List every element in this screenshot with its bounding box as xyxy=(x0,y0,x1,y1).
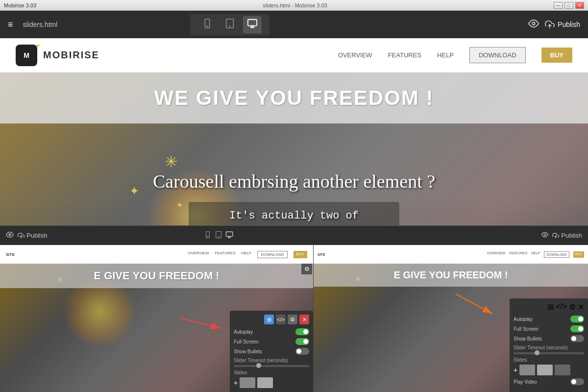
preview-button[interactable] xyxy=(528,18,539,31)
nav-links: OVERVIEW FEATURES HELP DOWNLOAD BUY xyxy=(338,47,572,63)
window-controls: — □ ✕ xyxy=(554,2,584,9)
bullets-row-left: Show Bullets xyxy=(234,348,309,355)
nested-right-help: HELP xyxy=(531,251,540,258)
nested-left-help: HELP xyxy=(242,251,252,258)
panel-btn-settings-right[interactable]: ⚙ xyxy=(569,302,576,312)
carousel-headline-text: Carousell embrsing another element ? xyxy=(0,171,588,192)
slides-row-right: + xyxy=(514,365,584,375)
autoplay-toggle-left[interactable] xyxy=(295,328,309,335)
panel-btn-delete[interactable]: ✕ xyxy=(299,315,309,324)
slides-row-left: + xyxy=(234,377,309,388)
maximize-button[interactable]: □ xyxy=(564,2,573,9)
add-slide-btn-left[interactable]: + xyxy=(234,379,238,387)
buy-button[interactable]: BUY xyxy=(541,48,572,63)
nested-left-buy: BUY xyxy=(294,251,307,258)
fullscreen-label-left: Full Screen xyxy=(234,339,259,344)
autoplay-label-right: Autoplay xyxy=(514,317,533,322)
autoplay-row-right: Autoplay xyxy=(514,316,584,322)
main-toolbar: ≡ sliders.html xyxy=(0,11,588,38)
nested-left-title-bar: E GIVE YOU FREEDOM ! xyxy=(0,264,313,288)
timeout-slider-left[interactable] xyxy=(234,365,309,367)
autoplay-toggle-right[interactable] xyxy=(570,316,584,322)
panel-btn-code-right[interactable]: </> xyxy=(556,302,567,312)
bullets-toggle-left[interactable] xyxy=(295,348,309,355)
hamburger-menu[interactable]: ≡ xyxy=(8,20,13,30)
nested-left-publish[interactable]: Publish xyxy=(18,232,48,239)
add-slide-btn-right[interactable]: + xyxy=(514,366,517,374)
nested-mobile-icon[interactable] xyxy=(204,231,212,240)
slides-label-right: Slides xyxy=(514,357,584,363)
minimize-button[interactable]: — xyxy=(554,2,563,9)
bullets-toggle-right[interactable] xyxy=(570,335,584,342)
nested-right-toolbar: Publish xyxy=(541,231,582,240)
download-button[interactable]: DOWNLOAD xyxy=(469,47,526,63)
nested-left-panel: SITE OVERVIEW FEATURES HELP DOWNLOAD BUY… xyxy=(0,245,314,392)
mobirise-navbar: M MOBIRISE OVERVIEW FEATURES HELP DOWNLO… xyxy=(0,38,588,73)
nav-overview[interactable]: OVERVIEW xyxy=(338,51,372,59)
timeout-row-right: Slider Timeout (seconds) xyxy=(514,345,584,354)
panel-btn-components[interactable]: ⊞ xyxy=(264,315,274,324)
fullscreen-toggle-right[interactable] xyxy=(570,325,584,332)
nested-publish-label-left: Publish xyxy=(26,232,48,239)
nested-desktop-icon[interactable] xyxy=(225,231,233,240)
nested-left-overview: OVERVIEW xyxy=(188,251,209,258)
nested-right-publish-label: Publish xyxy=(561,232,582,239)
nested-content: SITE OVERVIEW FEATURES HELP DOWNLOAD BUY… xyxy=(0,245,588,392)
desc-line-1: It's actually two of xyxy=(229,210,359,222)
slides-section-right: Slides + xyxy=(514,357,584,375)
nested-right-download: DOWNLOAD xyxy=(544,251,569,258)
settings-gear-left[interactable]: ⚙ xyxy=(301,264,312,274)
nested-right-overview: OVERVIEW xyxy=(487,251,506,258)
nested-right-panel: SITE OVERVIEW FEATURES HELP DOWNLOAD BUY… xyxy=(314,245,588,392)
title-bar-app-name: Mobirise 3.03 xyxy=(4,2,36,8)
tablet-device-button[interactable] xyxy=(220,16,239,33)
nested-right-buy: BUY xyxy=(573,251,584,258)
fullscreen-row-left: Full Screen xyxy=(234,338,309,345)
nested-right-publish-btn[interactable]: Publish xyxy=(552,232,582,239)
red-arrow-indicator xyxy=(172,304,230,333)
slide-thumb-1-right xyxy=(519,365,535,375)
panel-btn-delete-right[interactable]: ✕ xyxy=(578,302,584,312)
panel-header-left: ⊞ </> ⚙ ✕ xyxy=(234,315,309,324)
preview-area: M MOBIRISE OVERVIEW FEATURES HELP DOWNLO… xyxy=(0,38,588,392)
panel-btn-code[interactable]: </> xyxy=(276,315,286,324)
title-bar-center: sliders.html - Mobirise 3.03 xyxy=(36,2,554,8)
nested-right-hero-title: E GIVE YOU FREEDOM ! xyxy=(394,270,508,280)
play-video-label-right: Play Video xyxy=(514,379,537,385)
nested-right-features: FEATURES xyxy=(509,251,527,258)
timeout-label-right: Slider Timeout (seconds) xyxy=(514,345,584,350)
nested-left-logo: SITE xyxy=(6,252,15,257)
publish-button[interactable]: Publish xyxy=(545,20,580,29)
nav-features[interactable]: FEATURES xyxy=(388,51,421,59)
desktop-device-button[interactable] xyxy=(243,16,262,33)
slide-thumb-2-right xyxy=(537,365,553,375)
logo-name: MOBIRISE xyxy=(43,49,99,61)
nested-screenshot: Publish xyxy=(0,225,588,392)
settings-panel-left: ⊞ </> ⚙ ✕ Autoplay Full Screen xyxy=(230,311,313,392)
slides-label-left: Slides xyxy=(234,370,309,375)
file-name-label: sliders.html xyxy=(23,21,58,28)
panel-btn-components-right[interactable]: ⊞ xyxy=(547,302,554,312)
svg-point-16 xyxy=(544,234,546,236)
play-video-toggle-right[interactable] xyxy=(570,378,584,385)
timeout-slider-right[interactable] xyxy=(514,352,584,354)
fullscreen-row-right: Full Screen xyxy=(514,325,584,332)
autoplay-row-left: Autoplay xyxy=(234,328,309,335)
panel-header-right: ⊞ </> ⚙ ✕ xyxy=(514,302,584,312)
nested-right-title-bar: E GIVE YOU FREEDOM ! xyxy=(314,264,588,287)
timeout-row-left: Slider Timeout (seconds) xyxy=(234,358,309,367)
settings-panel-right: ⊞ </> ⚙ ✕ Autoplay Full Screen xyxy=(510,298,588,392)
panel-btn-settings[interactable]: ⚙ xyxy=(288,315,297,324)
mobirise-logo: M MOBIRISE xyxy=(16,45,99,66)
mobile-device-button[interactable] xyxy=(198,16,217,33)
title-bar: Mobirise 3.03 sliders.html - Mobirise 3.… xyxy=(0,0,588,11)
slide-thumb-1-left xyxy=(240,377,255,388)
close-button[interactable]: ✕ xyxy=(575,2,584,9)
nested-device-icons xyxy=(204,231,233,240)
svg-point-3 xyxy=(229,25,230,26)
slide-thumb-3-right xyxy=(555,365,570,375)
nested-tablet-icon[interactable] xyxy=(215,231,222,240)
fullscreen-toggle-left[interactable] xyxy=(295,338,309,345)
nav-help[interactable]: HELP xyxy=(437,51,454,59)
nested-left-navlinks: OVERVIEW FEATURES HELP DOWNLOAD BUY xyxy=(188,251,307,258)
